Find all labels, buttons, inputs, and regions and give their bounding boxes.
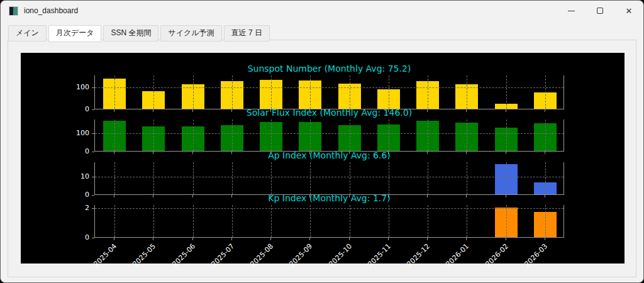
v-gridline — [506, 162, 507, 194]
v-gridline — [232, 205, 233, 237]
close-icon: ✕ — [626, 7, 633, 15]
tab-recent-7-days[interactable]: 直近 7 日 — [224, 25, 270, 42]
v-gridline — [506, 119, 507, 151]
v-gridline — [310, 75, 311, 109]
h-gridline — [95, 208, 564, 209]
v-gridline — [428, 205, 428, 237]
x-tick-label: 2026-03 — [520, 242, 549, 271]
y-tick-mark — [92, 208, 94, 209]
app-icon — [9, 6, 18, 16]
v-gridline — [389, 75, 389, 109]
v-gridline — [350, 75, 350, 109]
v-gridline — [193, 75, 194, 109]
x-tick-mark — [388, 238, 389, 240]
y-tick-label: 0 — [64, 105, 89, 113]
close-button[interactable]: ✕ — [614, 1, 643, 21]
h-gridline — [95, 87, 564, 88]
h-gridline — [95, 177, 564, 177]
tab-ssn-all-period[interactable]: SSN 全期間 — [103, 25, 158, 42]
v-gridline — [271, 119, 272, 151]
v-gridline — [271, 75, 272, 109]
x-tick-mark — [114, 238, 114, 240]
v-gridline — [545, 119, 546, 151]
v-gridline — [350, 205, 350, 237]
v-gridline — [389, 119, 389, 151]
subplot-2 — [94, 119, 564, 152]
x-tick-label: 2025-11 — [364, 242, 392, 271]
v-gridline — [114, 75, 115, 109]
v-gridline — [310, 162, 311, 194]
y-tick-label: 100 — [64, 83, 89, 91]
x-tick-label: 2025-05 — [129, 242, 158, 271]
subplot-4 — [94, 205, 564, 238]
y-tick-label: 10 — [64, 172, 89, 180]
v-gridline — [114, 162, 115, 194]
subplot-title: Sunspot Number (Monthly Avg: 75.2) — [94, 64, 564, 74]
y-tick-label: 2 — [64, 204, 89, 212]
v-gridline — [153, 205, 154, 237]
subplot-1 — [94, 75, 564, 109]
v-gridline — [232, 75, 233, 109]
tab-content-pane: Sunspot Number (Monthly Avg: 75.2)0100So… — [8, 40, 636, 277]
x-tick-label: 2025-06 — [168, 242, 197, 271]
x-tick-mark — [466, 238, 467, 240]
x-tick-label: 2025-08 — [246, 242, 275, 271]
y-tick-label: 0 — [64, 191, 89, 199]
v-gridline — [467, 205, 467, 237]
maximize-button[interactable] — [586, 1, 614, 21]
h-gridline — [95, 133, 564, 134]
y-tick-mark — [92, 87, 94, 88]
v-gridline — [193, 205, 194, 237]
minimize-icon — [568, 11, 575, 11]
tab-main[interactable]: メイン — [8, 25, 47, 42]
subplot-3 — [94, 162, 564, 195]
x-tick-label: 2025-12 — [402, 242, 431, 271]
x-tick-mark — [506, 238, 506, 240]
v-gridline — [545, 205, 546, 237]
x-tick-mark — [153, 238, 153, 240]
app-window: iono_dashboard ✕ メイン 月次データ SSN 全期間 サイクル予… — [0, 0, 644, 283]
x-tick-mark — [309, 238, 310, 240]
minimize-button[interactable] — [557, 1, 586, 21]
x-tick-mark — [192, 238, 193, 240]
v-gridline — [506, 75, 507, 109]
v-gridline — [114, 119, 115, 151]
chart-canvas: Sunspot Number (Monthly Avg: 75.2)0100So… — [21, 53, 625, 264]
x-tick-label: 2025-10 — [325, 242, 353, 271]
y-tick-mark — [92, 238, 94, 238]
subplot-title: Kp Index (Monthly Avg: 1.7) — [94, 193, 564, 203]
v-gridline — [428, 119, 428, 151]
v-gridline — [153, 119, 154, 151]
x-tick-mark — [231, 238, 232, 240]
x-tick-label: 2025-09 — [286, 242, 314, 271]
v-gridline — [389, 205, 389, 237]
v-gridline — [350, 119, 350, 151]
v-gridline — [271, 162, 272, 194]
x-tick-mark — [349, 238, 350, 240]
v-gridline — [232, 119, 233, 151]
y-tick-label: 0 — [64, 147, 89, 155]
v-gridline — [193, 162, 194, 194]
tab-cycle-forecast[interactable]: サイクル予測 — [160, 25, 221, 42]
v-gridline — [467, 119, 467, 151]
v-gridline — [193, 119, 194, 151]
v-gridline — [506, 205, 507, 237]
v-gridline — [350, 162, 350, 194]
v-gridline — [428, 75, 428, 109]
v-gridline — [271, 205, 272, 237]
v-gridline — [310, 119, 311, 151]
v-gridline — [232, 162, 233, 194]
x-tick-label: 2025-04 — [89, 242, 118, 271]
tab-monthly-data[interactable]: 月次データ — [48, 25, 102, 42]
x-tick-mark — [270, 238, 271, 240]
window-controls: ✕ — [557, 1, 643, 21]
y-tick-mark — [92, 177, 94, 177]
maximize-icon — [597, 8, 603, 14]
tab-bar: メイン 月次データ SSN 全期間 サイクル予測 直近 7 日 — [1, 25, 643, 42]
v-gridline — [467, 75, 467, 109]
x-tick-mark — [427, 238, 428, 240]
v-gridline — [545, 75, 546, 109]
v-gridline — [467, 162, 467, 194]
y-tick-mark — [92, 133, 94, 134]
x-tick-label: 2026-02 — [481, 242, 510, 271]
